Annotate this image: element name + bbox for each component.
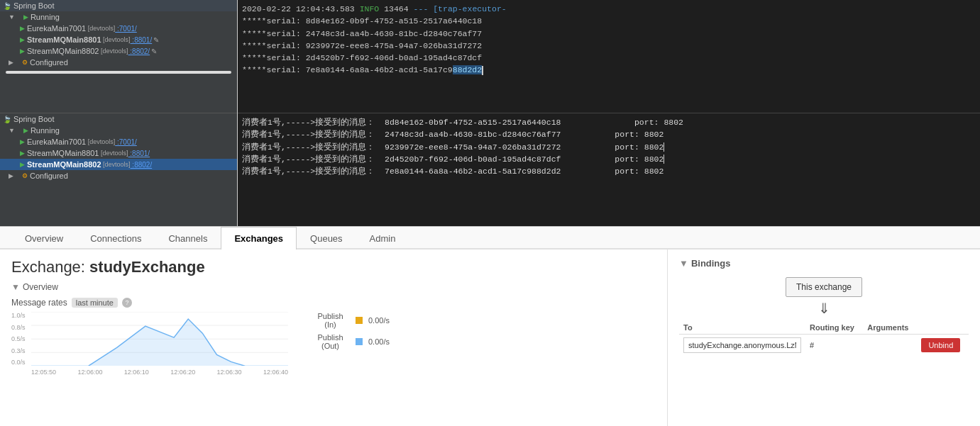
tabs-bar: Overview Connections Channels Exchanges …: [0, 227, 980, 250]
y-label-1: 0.8/s: [11, 324, 31, 331]
stream8802-run-icon-bot: ▶: [20, 161, 25, 168]
stream8801-run-icon-bot: ▶: [20, 150, 25, 157]
stream8801-port-top[interactable]: :8801/: [131, 36, 153, 44]
x-label-5: 12:06:40: [263, 369, 288, 376]
chart-labels-y: 1.0/s 0.8/s 0.5/s 0.3/s 0.0/s: [11, 312, 31, 366]
running-group-bot[interactable]: ▼ ▶ Running: [0, 125, 237, 136]
this-exchange-button[interactable]: This exchange: [786, 277, 862, 297]
tab-channels[interactable]: Channels: [155, 227, 221, 250]
spring-icon-bot: 🍃: [3, 116, 11, 123]
console-bottom: 消费者1号,----->接受到的消息： 8d84e162-0b9f-4752-a…: [238, 113, 980, 226]
stream8801-top[interactable]: ▶ StreamMQMain8801 [devtools] :8801/ ✎: [0, 34, 237, 45]
config-icon-bot: ⚙: [22, 172, 28, 179]
x-label-2: 12:06:10: [124, 369, 149, 376]
exchange-title-prefix: Exchange:: [11, 258, 85, 276]
stream8801-name-bot: StreamMQMain8801: [27, 149, 99, 157]
eureka-port-top[interactable]: :7001/: [115, 25, 137, 33]
console-serial-1: *****serial: 8d84e162-0b9f-4752-a515-251…: [242, 15, 976, 27]
stream8802-devtools-top: [devtools]: [99, 47, 128, 55]
stream8802-port-top[interactable]: :8802/: [128, 47, 150, 55]
stream8801-name-top: StreamMQMain8801: [27, 35, 101, 44]
eureka-run-icon-bot: ▶: [20, 138, 25, 145]
binding-row: # Unbind: [679, 335, 969, 357]
spring-icon-top: 🍃: [3, 2, 11, 10]
chart-svg: [31, 312, 288, 366]
running-group-top[interactable]: ▼ ▶ Running: [0, 11, 237, 23]
svg-marker-5: [31, 319, 288, 366]
stream8802-top[interactable]: ▶ StreamMQMain8802 [devtools] :8802/ ✎: [0, 45, 237, 57]
x-label-1: 12:06:00: [77, 369, 102, 376]
configured-label-top: Configured: [30, 58, 68, 67]
exchange-title: Exchange: studyExchange: [11, 258, 656, 276]
tab-admin[interactable]: Admin: [356, 227, 409, 250]
publish-in-color-box: [356, 317, 363, 324]
expand-icon-bot: ▼: [9, 127, 15, 134]
x-label-4: 12:06:30: [217, 369, 242, 376]
y-label-4: 0.0/s: [11, 359, 31, 366]
col-arguments: Arguments: [863, 321, 917, 335]
col-routing-key: Routing key: [805, 321, 863, 335]
publish-in-rate: 0.00/s: [368, 316, 390, 325]
console-top: 2020-02-22 12:04:43.583 INFO 13464 --- […: [238, 0, 980, 113]
bindings-header: ▼ Bindings: [679, 258, 969, 269]
arrow-down-symbol: ⇓: [679, 300, 969, 317]
run-icon-top: ▶: [23, 13, 28, 21]
chart-labels-x: 12:05:50 12:06:00 12:06:10 12:06:20 12:0…: [31, 369, 288, 376]
tab-exchanges[interactable]: Exchanges: [221, 227, 297, 250]
binding-to-input[interactable]: [683, 337, 801, 353]
help-icon[interactable]: ?: [122, 298, 132, 308]
stream8802-port-bot[interactable]: :8802/: [131, 161, 153, 169]
tab-connections[interactable]: Connections: [77, 227, 155, 250]
eureka-devtools-top: [devtools]: [86, 25, 115, 32]
x-label-0: 12:05:50: [31, 369, 56, 376]
last-minute-badge: last minute: [72, 298, 118, 308]
publish-out-color-box: [356, 338, 363, 345]
stream8802-bot[interactable]: ▶ StreamMQMain8802 [devtools] :8802/: [0, 159, 237, 170]
scrollbar-h-top[interactable]: [6, 71, 231, 74]
eureka-7001-top[interactable]: ▶ EurekaMain7001 [devtools] :7001/: [0, 23, 237, 34]
overview-section-header[interactable]: ▼ Overview: [11, 282, 656, 292]
consumer-line-1: 消费者1号,----->接受到的消息： 8d84e162-0b9f-4752-a…: [242, 116, 976, 128]
spring-boot-label-top: Spring Boot: [13, 1, 54, 10]
stream8801-devtools-top: [devtools]: [101, 36, 131, 43]
bindings-table: To Routing key Arguments #: [679, 321, 969, 356]
tab-overview[interactable]: Overview: [11, 227, 77, 250]
bottom-section: Overview Connections Channels Exchanges …: [0, 227, 980, 426]
unbind-button[interactable]: Unbind: [921, 338, 960, 352]
configured-group-top[interactable]: ▶ ⚙ Configured: [0, 57, 237, 68]
spring-boot-header-bot: 🍃 Spring Boot: [0, 113, 237, 125]
ide-panel-top: 🍃 Spring Boot ▼ ▶ Running ▶ EurekaMain70…: [0, 0, 237, 113]
eureka-port-bot[interactable]: :7001/: [115, 138, 137, 146]
run-icon-bot: ▶: [23, 127, 28, 134]
consumer-line-5: 消费者1号,----->接受到的消息： 7e8a0144-6a8a-46b2-a…: [242, 165, 976, 177]
publish-out-row: Publish(Out) 0.00/s: [311, 333, 390, 350]
console-serial-3: *****serial: 9239972e-eee8-475a-94a7-026…: [242, 40, 976, 52]
binding-arguments-cell: [863, 335, 917, 357]
bindings-arrow-icon: ▼: [679, 258, 688, 269]
console-info: INFO: [360, 4, 380, 13]
stream8801-bot[interactable]: ▶ StreamMQMain8801 [devtools] :8801/: [0, 147, 237, 159]
col-to: To: [679, 321, 805, 335]
publish-out-label: Publish(Out): [311, 333, 350, 350]
publish-in-label: Publish(In): [311, 312, 350, 329]
console-line-timestamp: 2020-02-22 12:04:43.583 INFO 13464 --- […: [242, 3, 976, 15]
publish-out-rate: 0.00/s: [368, 337, 390, 346]
x-label-3: 12:06:20: [170, 369, 195, 376]
ide-panel: 🍃 Spring Boot ▼ ▶ Running ▶ EurekaMain70…: [0, 0, 238, 226]
stream8801-run-icon-top: ▶: [20, 36, 25, 43]
consumer-line-3: 消费者1号,----->接受到的消息： 9239972e-eee8-475a-9…: [242, 141, 976, 153]
eureka-7001-bot[interactable]: ▶ EurekaMain7001 [devtools] :7001/: [0, 136, 237, 147]
y-label-2: 0.5/s: [11, 335, 31, 342]
exchange-content: Exchange: studyExchange ▼ Overview Messa…: [0, 250, 980, 426]
console-cursor: [482, 66, 483, 75]
console-serial-5: *****serial: 7e8a0144-6a8a-46b2-acd1-5a1…: [242, 64, 976, 76]
spring-boot-label-bot: Spring Boot: [13, 115, 54, 123]
running-label-top: Running: [31, 13, 60, 21]
stream8802-devtools-bot: [devtools]: [101, 161, 131, 168]
console-serial-4: *****serial: 2d4520b7-f692-406d-b0ad-195…: [242, 52, 976, 64]
stream8801-port-bot[interactable]: :8801/: [128, 150, 150, 157]
tab-queues[interactable]: Queues: [297, 227, 356, 250]
console-panel: 2020-02-22 12:04:43.583 INFO 13464 --- […: [238, 0, 980, 226]
configured-group-bot[interactable]: ▶ ⚙ Configured: [0, 170, 237, 181]
top-section: 🍃 Spring Boot ▼ ▶ Running ▶ EurekaMain70…: [0, 0, 980, 227]
